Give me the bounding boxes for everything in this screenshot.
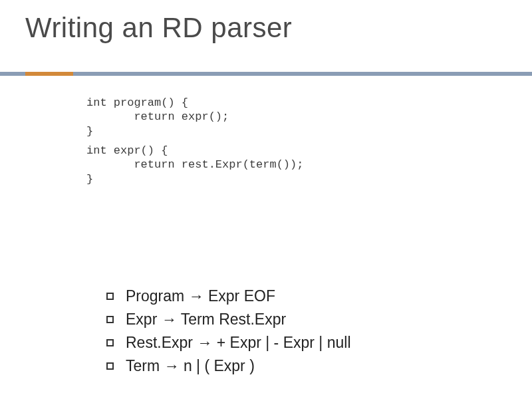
grammar-rule-text: Expr → Term Rest.Expr [126,311,286,329]
slide-title: Writing an RD parser [0,0,532,44]
grammar-rule: Expr → Term Rest.Expr [106,311,351,329]
bullet-icon [106,339,114,346]
grammar-list: Program → Expr EOF Expr → Term Rest.Expr… [106,287,351,380]
grammar-rule: Rest.Expr → + Expr | - Expr | null [106,334,351,352]
grammar-rule-text: Rest.Expr → + Expr | - Expr | null [126,334,351,352]
grammar-rule: Program → Expr EOF [106,287,351,305]
grammar-rule: Term → n | ( Expr ) [106,357,351,375]
code-block-expr: int expr() { return rest.Expr(term()); } [86,144,303,186]
divider-line [0,72,532,76]
bullet-icon [106,293,114,300]
grammar-rule-text: Program → Expr EOF [126,287,275,305]
grammar-rule-text: Term → n | ( Expr ) [126,357,255,375]
code-block-program: int program() { return expr(); } [86,96,229,138]
divider-accent [25,72,73,76]
bullet-icon [106,316,114,323]
bullet-icon [106,362,114,370]
